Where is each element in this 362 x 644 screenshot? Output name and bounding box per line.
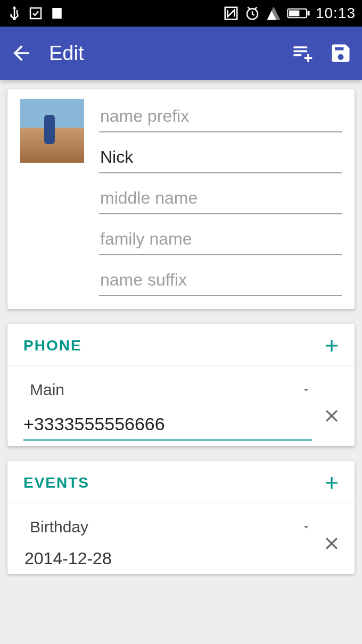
remove-event-button[interactable] [322, 533, 342, 554]
add-event-button[interactable] [322, 473, 342, 493]
svg-rect-6 [307, 11, 309, 15]
svg-rect-5 [289, 11, 299, 16]
phone-number-input[interactable] [23, 408, 312, 441]
phone-type-dropdown[interactable]: Main [23, 377, 312, 408]
add-list-button[interactable] [291, 41, 314, 65]
event-type-label: Birthday [30, 518, 88, 536]
status-bar: 10:13 [0, 0, 362, 27]
name-prefix-input[interactable] [99, 99, 342, 132]
contact-avatar[interactable] [20, 99, 84, 163]
event-date-value[interactable]: 2014-12-28 [23, 546, 312, 568]
clock: 10:13 [316, 5, 356, 22]
add-phone-button[interactable] [322, 336, 342, 356]
usb-icon [6, 5, 22, 21]
alarm-icon [244, 5, 260, 21]
phone-type-label: Main [30, 381, 64, 399]
page-title: Edit [49, 42, 276, 65]
remove-phone-button[interactable] [322, 406, 342, 426]
signal-icon [266, 5, 282, 21]
battery-icon [287, 5, 310, 21]
back-button[interactable] [10, 41, 33, 65]
save-button[interactable] [329, 41, 352, 65]
nfc-icon [223, 5, 239, 21]
svg-rect-1 [52, 8, 62, 19]
svg-rect-0 [30, 8, 41, 19]
app-bar: Edit [0, 27, 362, 80]
events-section-title: EVENTS [23, 474, 89, 491]
events-card: EVENTS Birthday 2014-12-28 [7, 461, 355, 574]
chevron-down-icon [300, 384, 312, 396]
middle-name-input[interactable] [99, 181, 342, 214]
name-card [7, 89, 355, 309]
debug-icon [28, 5, 44, 21]
event-type-dropdown[interactable]: Birthday [23, 514, 312, 546]
first-name-input[interactable] [99, 140, 342, 173]
chevron-down-icon [300, 521, 312, 533]
name-suffix-input[interactable] [99, 263, 342, 296]
app-icon [49, 5, 65, 21]
phone-section-title: PHONE [23, 337, 82, 354]
phone-card: PHONE Main [7, 324, 355, 446]
family-name-input[interactable] [99, 222, 342, 255]
